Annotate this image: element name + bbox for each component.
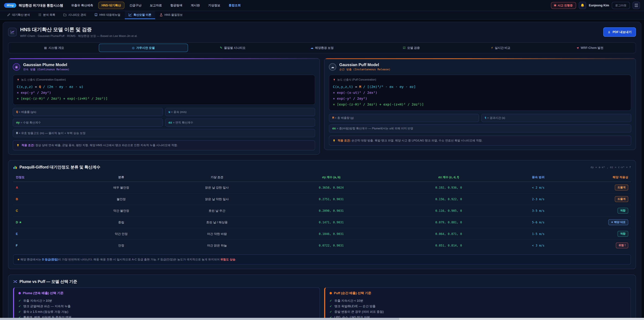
status-dot-icon bbox=[554, 5, 556, 6]
bar-chart-icon bbox=[13, 165, 17, 169]
wind-cell: 2-3 m/s bbox=[507, 193, 569, 205]
cloud-icon: ☁ bbox=[310, 46, 314, 49]
dispersion-analysis-icon bbox=[7, 13, 10, 17]
puff-title: Gaussian Puff Model bbox=[339, 62, 390, 67]
sigma-z-cell: 0.192, 0.936, 0 bbox=[390, 182, 507, 193]
applicability-cell: 위험 ! bbox=[569, 240, 631, 251]
param-sigma-y: σy = 수평 확산계수 bbox=[13, 119, 163, 127]
subnav-analysis-list[interactable]: 분석 목록 bbox=[34, 11, 59, 19]
class-cell: 불안정 bbox=[81, 193, 161, 205]
applicability-badge: 드물게 bbox=[615, 196, 628, 202]
notifications-button[interactable] bbox=[579, 2, 586, 9]
tab-substance-scenarios[interactable]: ✎물질별 시나리오 bbox=[188, 44, 278, 52]
tab-marine-correction[interactable]: ☁해양환경 보정 bbox=[278, 44, 367, 52]
hamburger-icon bbox=[634, 4, 638, 7]
puff-equation-label: 농도 산출식 (Puff Concentration) bbox=[333, 78, 627, 82]
plume-criteria-heading: Plume (연속 배출) 선택 기준 bbox=[18, 291, 315, 295]
check-icon: ✓ bbox=[18, 303, 21, 309]
model-selection-title: Plume vs Puff — 모델 선택 기준 bbox=[20, 279, 77, 284]
subnav-label: 분석 목록 bbox=[43, 13, 55, 17]
subnav-hns-substance-info[interactable]: HNS 물질정보 bbox=[156, 11, 186, 19]
plume-title: Gaussian Plume Model bbox=[23, 62, 70, 67]
sigma-z-cell: 0.156, 0.922, 0 bbox=[390, 193, 507, 205]
flask-icon bbox=[160, 13, 163, 17]
tab-realtime-comparison[interactable]: ⚡실시간 비교 bbox=[456, 44, 546, 52]
col-stability: 안정도 bbox=[13, 173, 81, 182]
equation-line: C(x,y,z) = Q / (2π · σy · σz · u) bbox=[17, 84, 311, 90]
tab-wrf-chem[interactable]: ➤WRF-Chem 발전 bbox=[545, 44, 634, 52]
app-logo[interactable]: Wing 해양환경 위기대응 통합시스템 bbox=[4, 3, 63, 8]
lightning-icon: ⚡ bbox=[491, 46, 493, 49]
nav-board[interactable]: 게시판 bbox=[188, 2, 203, 9]
criteria-item: ✓풍속 ≥ 1.5 m/s (정상류 가정 가능) bbox=[18, 309, 315, 315]
wind-cell: < 3 m/s bbox=[507, 240, 569, 251]
table-row: B 불안정 맑은 날 약한 일사 0.2751, 0.9031 0.156, 0… bbox=[13, 193, 631, 205]
subnav-scenario-management[interactable]: 시나리오 관리 bbox=[60, 11, 90, 19]
tab-gaussian-model[interactable]: ◎가우시안 모델 bbox=[99, 44, 188, 52]
folder-icon bbox=[63, 13, 66, 17]
grade-cell: D ★ bbox=[13, 216, 81, 228]
pdf-export-button[interactable]: PDF 내보내기 bbox=[603, 27, 636, 37]
gaussian-puff-card: ☁ Gaussian Puff Model 순간 방출 (Instantaneo… bbox=[324, 58, 636, 150]
puff-criteria-heading: Puff (순간 배출) 선택 기준 bbox=[330, 291, 626, 295]
subnav-dispersion-model-theory[interactable]: 확산모델 이론 bbox=[125, 11, 155, 19]
bulb-icon bbox=[16, 143, 20, 147]
subnav-label: 시나리오 관리 bbox=[68, 13, 86, 17]
pin-icon bbox=[17, 78, 20, 81]
nav-weather-info[interactable]: 기상정보 bbox=[205, 2, 224, 9]
equation-label-text: 농도 산출식 (Concentration Equation) bbox=[21, 78, 66, 82]
nav-reports[interactable]: 보고자료 bbox=[146, 2, 165, 9]
logo-icon: Wing bbox=[4, 3, 16, 8]
pencil-icon: ✎ bbox=[220, 46, 222, 49]
equation-line: × [exp(-(z-H)² / 2σz²) + exp(-(z+H)² / 2… bbox=[333, 102, 627, 107]
scrollbar-thumb[interactable] bbox=[0, 318, 399, 320]
param-M: M = 총 배출량 (g) bbox=[329, 114, 479, 122]
sigma-y-cell: 0.2090, 0.9031 bbox=[272, 205, 390, 216]
bottom-scrollbar[interactable] bbox=[0, 318, 644, 320]
tab-system-overview[interactable]: ▦시스템 개요 bbox=[10, 44, 99, 52]
incident-status-badge[interactable]: 사고 진행중 bbox=[551, 2, 576, 9]
chart-icon bbox=[128, 13, 132, 17]
nav-aerial-search[interactable]: 항공탐색 bbox=[167, 2, 186, 9]
applicability-cell: ★ 해양 대표 bbox=[569, 216, 631, 228]
subnav-label: HNS 물질정보 bbox=[164, 13, 183, 17]
logout-button[interactable]: 로그아웃 bbox=[612, 2, 630, 9]
app-title: 해양환경 위기대응 통합시스템 bbox=[18, 3, 63, 8]
tab-model-validation[interactable]: ☑모델 검증 bbox=[366, 44, 456, 52]
selection-grid: Plume (연속 배출) 선택 기준 ✓유출 지속시간 > 10분 ✓탱크 균… bbox=[13, 287, 631, 320]
table-header-row: 안정도 분류 기상 조건 σy 계수 (a, b) σz 계수 (c, d, f… bbox=[13, 173, 631, 182]
subnav-hns-response-manual[interactable]: HNS 대응매뉴얼 bbox=[90, 11, 124, 19]
table-row: C 약간 불안정 흐린 날 주간 0.2090, 0.9031 0.116, 0… bbox=[13, 205, 631, 216]
app-root: Wing 해양환경 위기대응 통합시스템 유출유 확산예측 HNS·대기확산 긴… bbox=[0, 0, 644, 320]
weather-cell: 야간 약한 바람 bbox=[161, 228, 272, 240]
sigma-z-cell: 0.064, 0.871, 0 bbox=[390, 228, 507, 240]
tab-label: WRF-Chem 발전 bbox=[581, 46, 604, 50]
param-H: H = 유효 방출고도 (m) — 물리적 높이 + 부력 상승 보정 bbox=[13, 129, 315, 137]
nav-oil-spill-forecast[interactable]: 유출유 확산예측 bbox=[68, 2, 96, 9]
applicability-badge: 적합 bbox=[618, 208, 628, 214]
nav-integrated-search[interactable]: 통합조회 bbox=[226, 2, 244, 9]
purple-circle-icon bbox=[18, 292, 21, 294]
criteria-item: ✓탱크 균열/배관 파손 — 지속적 누출 bbox=[18, 303, 315, 309]
param-desc: = 수평 확산계수 bbox=[20, 121, 41, 124]
menu-button[interactable] bbox=[632, 2, 640, 9]
star-icon: ★ bbox=[17, 258, 20, 261]
subnav-dispersion-analysis[interactable]: 대기확산 분석 bbox=[3, 11, 34, 19]
param-desc: = 연직 확산계수 bbox=[173, 121, 193, 124]
weather-cell: 흐린 날 주간 bbox=[161, 205, 272, 216]
col-sigma-y: σy 계수 (a, b) bbox=[272, 173, 390, 182]
class-cell: 중립 bbox=[81, 216, 161, 228]
class-cell: 매우 불안정 bbox=[81, 182, 161, 193]
applicability-cell: 드물게 bbox=[569, 182, 631, 193]
puff-icon: ☁ bbox=[329, 63, 336, 71]
model-selection-card: Plume vs Puff — 모델 선택 기준 Plume (연속 배출) 선… bbox=[8, 274, 636, 320]
class-cell: 안정 bbox=[81, 240, 161, 251]
check-icon: ✓ bbox=[330, 309, 332, 315]
nav-emergency-rescue[interactable]: 긴급구난 bbox=[126, 2, 145, 9]
table-footnote: ★ 해양 환경에서는 D 등급(중립)이 가장 빈번하게 나타난다. 해풍·육풍… bbox=[13, 254, 631, 265]
list-icon bbox=[38, 13, 42, 17]
weather-cell: 야간 맑은 하늘 bbox=[161, 240, 272, 251]
main-content: HNS 대기확산 모델 이론 및 검증 WRF-Chem · Gaussian … bbox=[3, 22, 641, 320]
nav-hns-dispersion[interactable]: HNS·대기확산 bbox=[98, 2, 124, 9]
applicability-badge: 위험 ! bbox=[616, 242, 628, 248]
